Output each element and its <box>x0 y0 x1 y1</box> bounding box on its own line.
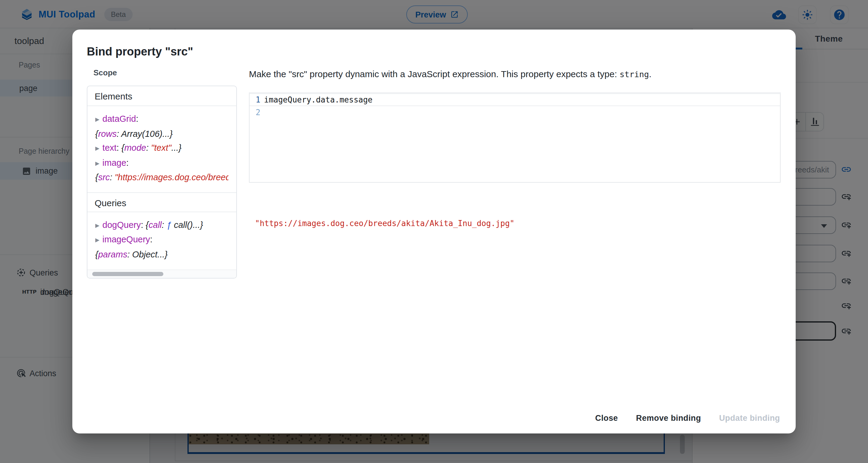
close-button[interactable]: Close <box>588 409 625 427</box>
queries-tree: ▶dogQuery: {call: ƒ call()...}▶imageQuer… <box>87 212 236 269</box>
line-number: 2 <box>250 107 260 117</box>
remove-binding-button[interactable]: Remove binding <box>629 409 708 427</box>
preview-segment: : <box>162 220 167 229</box>
expression-result-preview: "https://images.dog.ceo/breeds/akita/Aki… <box>255 219 515 228</box>
expand-triangle-icon[interactable]: ▶ <box>95 156 99 171</box>
element-row-image[interactable]: ▶image: {src: "https://images.dog.ceo/br… <box>95 156 228 185</box>
preview-segment: src <box>98 173 110 182</box>
dialog-actions: Close Remove binding Update binding <box>588 409 787 427</box>
element-preview: {mode: "text"...} <box>121 143 182 153</box>
expand-triangle-icon[interactable]: ▶ <box>95 233 99 247</box>
editor-code[interactable]: imageQuery.data.message <box>260 95 373 104</box>
colon: : <box>141 220 146 229</box>
scope-scrollbar-thumb[interactable] <box>92 272 163 276</box>
bind-property-dialog: Bind property "src" Scope Elements ▶data… <box>72 30 796 433</box>
scope-panel: Elements ▶dataGrid: {rows: Array(106)...… <box>87 86 237 279</box>
preview-segment: : <box>146 143 151 153</box>
query-row-imageQuery[interactable]: ▶imageQuery: {params: Object...} <box>95 233 228 261</box>
preview-segment: { <box>95 129 98 138</box>
preview-segment: ...} <box>171 143 181 153</box>
colon: : <box>150 235 153 244</box>
colon: : <box>126 158 129 167</box>
preview-segment: { <box>95 249 98 259</box>
editor-line: 2 <box>250 106 780 118</box>
elements-header: Elements <box>87 86 236 106</box>
element-row-dataGrid[interactable]: ▶dataGrid: {rows: Array(106)...} <box>95 112 228 141</box>
preview-segment: rows <box>98 129 117 138</box>
query-name: dogQuery <box>102 220 141 229</box>
description-text: Make the "src" property dynamic with a J… <box>249 69 620 79</box>
update-binding-button[interactable]: Update binding <box>712 409 787 427</box>
queries-header: Queries <box>87 192 236 212</box>
element-preview: {src: "https://images.dog.ceo/breeds/aki… <box>95 171 228 185</box>
preview-segment: params <box>98 249 127 259</box>
query-name: imageQuery <box>102 235 150 244</box>
expression-code-editor[interactable]: 1imageQuery.data.message2 <box>249 92 781 183</box>
description-period: . <box>649 69 651 79</box>
preview-segment: : <box>110 173 115 182</box>
dialog-title: Bind property "src" <box>87 45 193 59</box>
line-number: 1 <box>250 95 260 104</box>
bind-description: Make the "src" property dynamic with a J… <box>249 69 773 79</box>
preview-segment: ƒ <box>167 220 172 229</box>
scope-horizontal-scrollbar[interactable] <box>87 270 236 278</box>
preview-segment: { <box>121 143 124 153</box>
query-preview: {params: Object...} <box>95 247 228 261</box>
query-row-dogQuery[interactable]: ▶dogQuery: {call: ƒ call()...} <box>95 218 228 233</box>
preview-segment: "https://images.dog.ceo/breeds/akita/Aki… <box>115 173 229 182</box>
element-row-text[interactable]: ▶text: {mode: "text"...} <box>95 141 228 156</box>
element-preview: {rows: Array(106)...} <box>95 127 228 141</box>
element-name: text <box>102 143 117 153</box>
preview-segment: "text" <box>151 143 171 153</box>
preview-segment: : Object...} <box>127 249 167 259</box>
expand-triangle-icon[interactable]: ▶ <box>95 219 99 233</box>
query-preview: {call: ƒ call()...} <box>146 220 203 229</box>
preview-segment: mode <box>124 143 146 153</box>
preview-segment: call <box>149 220 162 229</box>
scope-label: Scope <box>93 68 117 77</box>
expected-type: string <box>620 69 649 79</box>
preview-segment: { <box>146 220 149 229</box>
elements-tree: ▶dataGrid: {rows: Array(106)...}▶text: {… <box>87 106 236 192</box>
expand-triangle-icon[interactable]: ▶ <box>95 142 99 156</box>
preview-segment: : Array(106)...} <box>117 129 173 138</box>
expand-triangle-icon[interactable]: ▶ <box>95 113 99 127</box>
editor-line: 1imageQuery.data.message <box>250 94 780 106</box>
element-name: dataGrid <box>102 114 136 124</box>
colon: : <box>117 143 121 153</box>
colon: : <box>136 114 138 124</box>
toolpad-app: MUI Toolpad Beta Preview <box>0 0 868 463</box>
preview-segment: call()...} <box>172 220 203 229</box>
element-name: image <box>102 158 126 167</box>
preview-segment: { <box>95 173 98 182</box>
